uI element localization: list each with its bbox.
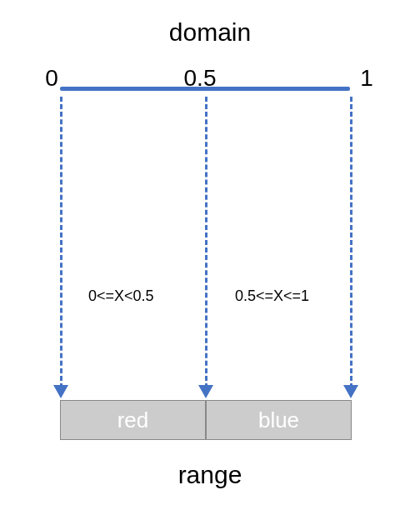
range-box-red: red (60, 400, 206, 440)
mapping-arrow-line-2 (350, 97, 352, 388)
range-box-label: blue (258, 408, 299, 433)
arrowhead-icon (53, 385, 68, 398)
arrowhead-icon (343, 385, 358, 398)
domain-tick-1: 1 (350, 65, 383, 92)
range-title: range (0, 461, 420, 489)
mapping-arrow-line-0 (60, 97, 62, 388)
range-box-blue: blue (206, 400, 352, 440)
diagram-stage: domain 0 0.5 1 0<=X<0.5 0.5<=X<=1 red bl… (0, 0, 420, 505)
range-box-label: red (118, 408, 149, 433)
arrowhead-icon (198, 385, 213, 398)
domain-axis-line (60, 87, 350, 91)
domain-title: domain (0, 18, 420, 47)
mapping-arrow-line-1 (205, 97, 208, 388)
interval-label-left: 0<=X<0.5 (88, 288, 154, 305)
interval-label-right: 0.5<=X<=1 (235, 288, 309, 305)
